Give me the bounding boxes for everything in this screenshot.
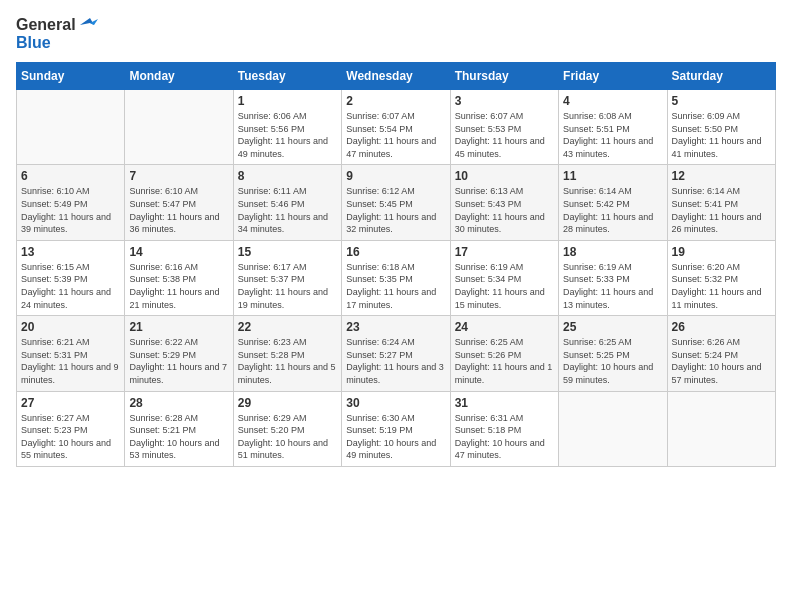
- day-number: 19: [672, 245, 771, 259]
- day-info: Sunrise: 6:30 AM Sunset: 5:19 PM Dayligh…: [346, 412, 445, 462]
- calendar-cell: 28Sunrise: 6:28 AM Sunset: 5:21 PM Dayli…: [125, 391, 233, 466]
- day-info: Sunrise: 6:14 AM Sunset: 5:42 PM Dayligh…: [563, 185, 662, 235]
- day-number: 13: [21, 245, 120, 259]
- calendar-cell: 17Sunrise: 6:19 AM Sunset: 5:34 PM Dayli…: [450, 240, 558, 315]
- calendar-cell: 29Sunrise: 6:29 AM Sunset: 5:20 PM Dayli…: [233, 391, 341, 466]
- calendar-cell: 22Sunrise: 6:23 AM Sunset: 5:28 PM Dayli…: [233, 316, 341, 391]
- day-info: Sunrise: 6:24 AM Sunset: 5:27 PM Dayligh…: [346, 336, 445, 386]
- day-info: Sunrise: 6:22 AM Sunset: 5:29 PM Dayligh…: [129, 336, 228, 386]
- column-header-wednesday: Wednesday: [342, 63, 450, 90]
- day-info: Sunrise: 6:19 AM Sunset: 5:34 PM Dayligh…: [455, 261, 554, 311]
- day-number: 16: [346, 245, 445, 259]
- day-number: 6: [21, 169, 120, 183]
- day-number: 5: [672, 94, 771, 108]
- day-number: 31: [455, 396, 554, 410]
- week-row-3: 13Sunrise: 6:15 AM Sunset: 5:39 PM Dayli…: [17, 240, 776, 315]
- day-number: 10: [455, 169, 554, 183]
- day-info: Sunrise: 6:10 AM Sunset: 5:47 PM Dayligh…: [129, 185, 228, 235]
- calendar-cell: 16Sunrise: 6:18 AM Sunset: 5:35 PM Dayli…: [342, 240, 450, 315]
- day-number: 15: [238, 245, 337, 259]
- day-number: 9: [346, 169, 445, 183]
- calendar-cell: 31Sunrise: 6:31 AM Sunset: 5:18 PM Dayli…: [450, 391, 558, 466]
- day-info: Sunrise: 6:27 AM Sunset: 5:23 PM Dayligh…: [21, 412, 120, 462]
- day-number: 18: [563, 245, 662, 259]
- day-info: Sunrise: 6:07 AM Sunset: 5:53 PM Dayligh…: [455, 110, 554, 160]
- day-number: 14: [129, 245, 228, 259]
- calendar-cell: 10Sunrise: 6:13 AM Sunset: 5:43 PM Dayli…: [450, 165, 558, 240]
- day-info: Sunrise: 6:28 AM Sunset: 5:21 PM Dayligh…: [129, 412, 228, 462]
- calendar-cell: 13Sunrise: 6:15 AM Sunset: 5:39 PM Dayli…: [17, 240, 125, 315]
- calendar-cell: 23Sunrise: 6:24 AM Sunset: 5:27 PM Dayli…: [342, 316, 450, 391]
- day-number: 22: [238, 320, 337, 334]
- day-number: 26: [672, 320, 771, 334]
- calendar-cell: 8Sunrise: 6:11 AM Sunset: 5:46 PM Daylig…: [233, 165, 341, 240]
- calendar-cell: 21Sunrise: 6:22 AM Sunset: 5:29 PM Dayli…: [125, 316, 233, 391]
- day-info: Sunrise: 6:17 AM Sunset: 5:37 PM Dayligh…: [238, 261, 337, 311]
- page-header: General Blue: [16, 16, 776, 52]
- logo-blue: Blue: [16, 34, 51, 52]
- calendar-cell: 12Sunrise: 6:14 AM Sunset: 5:41 PM Dayli…: [667, 165, 775, 240]
- day-info: Sunrise: 6:25 AM Sunset: 5:26 PM Dayligh…: [455, 336, 554, 386]
- day-info: Sunrise: 6:23 AM Sunset: 5:28 PM Dayligh…: [238, 336, 337, 386]
- day-info: Sunrise: 6:07 AM Sunset: 5:54 PM Dayligh…: [346, 110, 445, 160]
- day-number: 25: [563, 320, 662, 334]
- day-info: Sunrise: 6:06 AM Sunset: 5:56 PM Dayligh…: [238, 110, 337, 160]
- day-info: Sunrise: 6:14 AM Sunset: 5:41 PM Dayligh…: [672, 185, 771, 235]
- logo-general: General: [16, 16, 76, 34]
- day-info: Sunrise: 6:21 AM Sunset: 5:31 PM Dayligh…: [21, 336, 120, 386]
- calendar-cell: 4Sunrise: 6:08 AM Sunset: 5:51 PM Daylig…: [559, 90, 667, 165]
- day-info: Sunrise: 6:19 AM Sunset: 5:33 PM Dayligh…: [563, 261, 662, 311]
- calendar-cell: 24Sunrise: 6:25 AM Sunset: 5:26 PM Dayli…: [450, 316, 558, 391]
- calendar-cell: 3Sunrise: 6:07 AM Sunset: 5:53 PM Daylig…: [450, 90, 558, 165]
- calendar-cell: 14Sunrise: 6:16 AM Sunset: 5:38 PM Dayli…: [125, 240, 233, 315]
- day-number: 29: [238, 396, 337, 410]
- day-info: Sunrise: 6:10 AM Sunset: 5:49 PM Dayligh…: [21, 185, 120, 235]
- calendar-cell: 2Sunrise: 6:07 AM Sunset: 5:54 PM Daylig…: [342, 90, 450, 165]
- day-info: Sunrise: 6:13 AM Sunset: 5:43 PM Dayligh…: [455, 185, 554, 235]
- day-info: Sunrise: 6:31 AM Sunset: 5:18 PM Dayligh…: [455, 412, 554, 462]
- logo: General Blue: [16, 16, 98, 52]
- day-number: 27: [21, 396, 120, 410]
- day-number: 17: [455, 245, 554, 259]
- day-number: 11: [563, 169, 662, 183]
- day-info: Sunrise: 6:11 AM Sunset: 5:46 PM Dayligh…: [238, 185, 337, 235]
- day-info: Sunrise: 6:16 AM Sunset: 5:38 PM Dayligh…: [129, 261, 228, 311]
- day-info: Sunrise: 6:12 AM Sunset: 5:45 PM Dayligh…: [346, 185, 445, 235]
- calendar-cell: 7Sunrise: 6:10 AM Sunset: 5:47 PM Daylig…: [125, 165, 233, 240]
- day-number: 7: [129, 169, 228, 183]
- calendar-cell: [125, 90, 233, 165]
- calendar-cell: [559, 391, 667, 466]
- day-number: 2: [346, 94, 445, 108]
- day-info: Sunrise: 6:18 AM Sunset: 5:35 PM Dayligh…: [346, 261, 445, 311]
- day-info: Sunrise: 6:08 AM Sunset: 5:51 PM Dayligh…: [563, 110, 662, 160]
- column-header-saturday: Saturday: [667, 63, 775, 90]
- header-row: SundayMondayTuesdayWednesdayThursdayFrid…: [17, 63, 776, 90]
- calendar-cell: 18Sunrise: 6:19 AM Sunset: 5:33 PM Dayli…: [559, 240, 667, 315]
- calendar-cell: 20Sunrise: 6:21 AM Sunset: 5:31 PM Dayli…: [17, 316, 125, 391]
- column-header-tuesday: Tuesday: [233, 63, 341, 90]
- week-row-4: 20Sunrise: 6:21 AM Sunset: 5:31 PM Dayli…: [17, 316, 776, 391]
- column-header-monday: Monday: [125, 63, 233, 90]
- day-info: Sunrise: 6:25 AM Sunset: 5:25 PM Dayligh…: [563, 336, 662, 386]
- week-row-1: 1Sunrise: 6:06 AM Sunset: 5:56 PM Daylig…: [17, 90, 776, 165]
- calendar-cell: 1Sunrise: 6:06 AM Sunset: 5:56 PM Daylig…: [233, 90, 341, 165]
- day-number: 30: [346, 396, 445, 410]
- calendar-cell: [17, 90, 125, 165]
- calendar-table: SundayMondayTuesdayWednesdayThursdayFrid…: [16, 62, 776, 467]
- day-number: 20: [21, 320, 120, 334]
- day-number: 3: [455, 94, 554, 108]
- calendar-cell: 25Sunrise: 6:25 AM Sunset: 5:25 PM Dayli…: [559, 316, 667, 391]
- day-number: 21: [129, 320, 228, 334]
- day-number: 24: [455, 320, 554, 334]
- calendar-cell: [667, 391, 775, 466]
- calendar-cell: 30Sunrise: 6:30 AM Sunset: 5:19 PM Dayli…: [342, 391, 450, 466]
- day-info: Sunrise: 6:29 AM Sunset: 5:20 PM Dayligh…: [238, 412, 337, 462]
- day-info: Sunrise: 6:09 AM Sunset: 5:50 PM Dayligh…: [672, 110, 771, 160]
- day-info: Sunrise: 6:26 AM Sunset: 5:24 PM Dayligh…: [672, 336, 771, 386]
- calendar-cell: 26Sunrise: 6:26 AM Sunset: 5:24 PM Dayli…: [667, 316, 775, 391]
- column-header-sunday: Sunday: [17, 63, 125, 90]
- calendar-cell: 6Sunrise: 6:10 AM Sunset: 5:49 PM Daylig…: [17, 165, 125, 240]
- day-number: 4: [563, 94, 662, 108]
- column-header-friday: Friday: [559, 63, 667, 90]
- day-info: Sunrise: 6:15 AM Sunset: 5:39 PM Dayligh…: [21, 261, 120, 311]
